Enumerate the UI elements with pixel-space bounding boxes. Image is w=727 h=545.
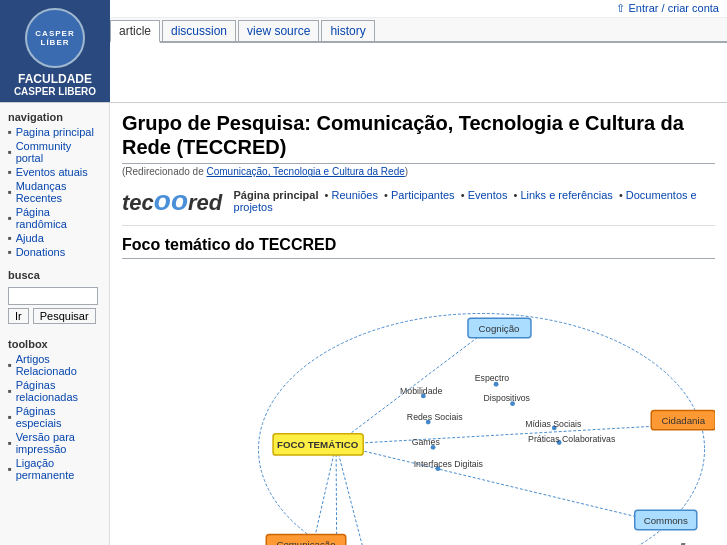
bottom-logo-text: tec bbox=[540, 538, 585, 545]
svg-line-3 bbox=[336, 445, 658, 523]
teccred-nav-reunioes[interactable]: Reuniões bbox=[332, 189, 378, 201]
tab-view-source[interactable]: view source bbox=[238, 20, 319, 41]
sidebar-item-artigos[interactable]: Artigos Relacionado bbox=[0, 352, 109, 378]
svg-line-5 bbox=[336, 445, 370, 545]
teccred-nav-eventos[interactable]: Eventos bbox=[468, 189, 508, 201]
redirect-notice: (Redirecionado de Comunicação, Tecnologi… bbox=[122, 166, 715, 177]
label-interfaces: Interfaces Digitais bbox=[414, 459, 484, 469]
node-cognicao-label: Cognição bbox=[479, 323, 520, 334]
main-right: ⇧ Entrar / criar conta article discussio… bbox=[110, 0, 727, 102]
search-input[interactable] bbox=[8, 287, 98, 305]
section-title: Foco temático do TECCRED bbox=[122, 236, 715, 259]
tab-article[interactable]: article bbox=[110, 20, 160, 43]
node-foco-tematico-label: FOCO TEMÁTICO bbox=[277, 440, 359, 451]
logo-circle: CASPERLÍBER bbox=[25, 8, 85, 68]
bottom-logo-red: red bbox=[637, 538, 686, 545]
node-commons-label: Commons bbox=[644, 515, 688, 526]
sidebar-item-paginas-especiais[interactable]: Páginas especiais bbox=[0, 404, 109, 430]
sidebar-item-donations[interactable]: Donations bbox=[0, 245, 109, 259]
login-link[interactable]: Entrar / criar conta bbox=[629, 2, 719, 14]
label-games: Games bbox=[412, 438, 441, 448]
logo-text: FACULDADE CASPER LIBERO bbox=[14, 72, 96, 98]
logo-inner-text: CASPERLÍBER bbox=[35, 29, 74, 47]
sidebar-item-paginas-relacionadas[interactable]: Páginas relacionadas bbox=[0, 378, 109, 404]
sidebar-navigation-title: navigation bbox=[0, 107, 109, 125]
sidebar-item-versao-impressao[interactable]: Versão para impressão bbox=[0, 430, 109, 456]
label-espectro: Espectro bbox=[475, 374, 510, 384]
search-pesquisar-button[interactable]: Pesquisar bbox=[33, 308, 96, 324]
teccred-header-logo: tecoored bbox=[122, 185, 218, 217]
teccred-nav-pagina-principal: Página principal bbox=[234, 189, 319, 201]
logo-area: CASPERLÍBER FACULDADE CASPER LIBERO bbox=[0, 0, 110, 102]
sidebar-item-ligacao-permanente[interactable]: Ligação permanente bbox=[0, 456, 109, 482]
network-diagram: FOCO TEMÁTICO Cognição Cidadania Commons bbox=[122, 265, 715, 545]
node-cidadania-label: Cidadania bbox=[661, 415, 705, 426]
sidebar-item-mudancas[interactable]: Mudanças Recentes bbox=[0, 179, 109, 205]
search-ir-button[interactable]: Ir bbox=[8, 308, 29, 324]
redirect-link[interactable]: Comunicação, Tecnologia e Cultura da Red… bbox=[207, 166, 405, 177]
teccred-nav-links[interactable]: Links e referências bbox=[520, 189, 612, 201]
sidebar-search-title: busca bbox=[0, 265, 109, 283]
page-title: Grupo de Pesquisa: Comunicação, Tecnolog… bbox=[122, 111, 715, 164]
main-content: Grupo de Pesquisa: Comunicação, Tecnolog… bbox=[110, 103, 727, 545]
label-dispositivos: Dispositivos bbox=[483, 393, 530, 403]
label-praticas: Práticas Colaborativas bbox=[528, 435, 616, 445]
sidebar-item-pagina-principal[interactable]: Pagina principal bbox=[0, 125, 109, 139]
sidebar-item-ajuda[interactable]: Ajuda bbox=[0, 231, 109, 245]
sidebar-item-pagina-randomica[interactable]: Página randômica bbox=[0, 205, 109, 231]
sidebar-toolbox-title: toolbox bbox=[0, 334, 109, 352]
sidebar-item-eventos-atuais[interactable]: Eventos atuais bbox=[0, 165, 109, 179]
node-comunicacao-label: Comunicação bbox=[276, 540, 335, 545]
svg-line-6 bbox=[336, 445, 337, 545]
label-redes-sociais: Redes Sociais bbox=[407, 413, 463, 423]
bottom-logo-oo: oo bbox=[580, 537, 627, 545]
tab-discussion[interactable]: discussion bbox=[162, 20, 236, 41]
svg-line-4 bbox=[314, 445, 336, 542]
teccred-nav: Página principal • Reuniões • Participan… bbox=[234, 189, 715, 213]
tabs-bar: article discussion view source history bbox=[110, 18, 727, 43]
sidebar-search-area: Ir Pesquisar bbox=[0, 283, 109, 328]
sidebar: navigation Pagina principal Community po… bbox=[0, 103, 110, 545]
sidebar-item-community-portal[interactable]: Community portal bbox=[0, 139, 109, 165]
label-mobilidade: Mobilidade bbox=[400, 386, 442, 396]
teccred-header: tecoored Página principal • Reuniões • P… bbox=[122, 185, 715, 226]
network-svg: FOCO TEMÁTICO Cognição Cidadania Commons bbox=[122, 265, 715, 545]
tab-history[interactable]: history bbox=[321, 20, 374, 41]
top-right-login[interactable]: ⇧ Entrar / criar conta bbox=[110, 0, 727, 18]
teccred-nav-participantes[interactable]: Participantes bbox=[391, 189, 455, 201]
label-midias-sociais: Mídias Sociais bbox=[525, 419, 582, 429]
svg-line-2 bbox=[336, 425, 675, 444]
